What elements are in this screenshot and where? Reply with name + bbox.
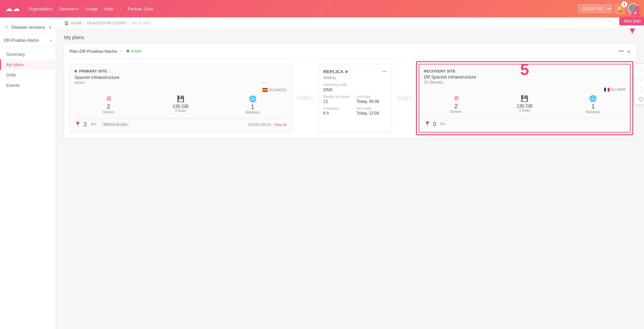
avatar[interactable] [628,3,639,14]
sidebar-item-summary[interactable]: Summary [0,49,56,59]
recovery-server-icon: 🖥 [453,95,459,102]
nav-help[interactable]: Help [104,6,114,11]
primary-server-count: 2 [107,103,110,110]
plan-card-body: PRIMARY SITE ℹ Spanish Infraestructure A… [64,58,636,138]
primary-site-title: PRIMARY SITE [79,69,107,73]
dr-icon: ⚙ [4,24,9,30]
primary-ip-label: IP's [91,123,96,126]
breadcrumb-dr[interactable]: DISASTER RECOVERY [87,21,127,25]
fr-flag: 🇫🇷 [604,87,610,92]
replica-status: Waiting [324,75,387,79]
breadcrumb-sep-2: / [129,21,130,25]
primary-site-status: Active [74,80,287,85]
home-icon: 🏠 [64,21,69,25]
next-copy-value: Today, 12:08 [357,111,387,116]
dropdown-item-edit[interactable]: Edit [634,64,644,74]
replica-play-icon[interactable]: ▶ [346,69,349,74]
notification-badge: 4 [621,1,627,7]
view-all-button[interactable]: View all [274,123,287,127]
sidebar-title: Disaster recovery [11,25,49,30]
dropdown-item-failover[interactable]: Failover [634,84,644,94]
new-plan-button[interactable]: New plan [619,17,644,25]
nav-services[interactable]: Services [59,6,79,11]
plan-card-header: Plan DR-Pruebas-Nacho ✏ Active ••• ▲ [64,44,636,58]
breadcrumb: 🏠 HOME / DISASTER RECOVERY / MY PLANS [56,17,644,29]
recovery-servers-stat: 🖥 2 Servers [424,95,488,114]
sidebar: ⚙ Disaster recovery + DR-Pruebas-Nacho ▾… [0,17,56,329]
radio-icon-drill [639,77,643,81]
nav-partner-zone[interactable]: Partner Zone [128,6,153,11]
sidebar-plan-name: DR-Pruebas-Nacho [4,38,50,43]
breadcrumb-current: MY PLANS [132,21,151,25]
primary-site-header: PRIMARY SITE ℹ [74,69,287,73]
recovery-site-location: 🇫🇷 EU-PAR8 [424,87,626,92]
notification-button[interactable]: 🔔 4 [615,3,625,14]
disk-icon: 💾 [177,95,184,103]
add-dr-button[interactable]: + [49,24,52,30]
main-content: 🏠 HOME / DISASTER RECOVERY / MY PLANS My… [56,17,644,329]
plan-more-button[interactable]: ••• [618,48,624,54]
plan-collapse-button[interactable]: ▲ [627,49,631,53]
recovery-location-code: EU-PAR8 [611,88,625,92]
recovery-network-count: 1 [591,103,595,110]
recovery-site-card: RECOVERY SITE DR Spanish Infraestructure… [419,64,631,133]
frequency-value: 6 h [324,111,354,116]
sidebar-item-my-plans[interactable]: My plans [0,59,56,70]
primary-servers-stat: 🖥 2 Servers [74,95,143,114]
org-select[interactable]: OLLER INC [578,4,612,13]
dropdown-item-drill[interactable]: Drill [634,74,644,84]
primary-location-code: EU-MAD3C [269,88,286,92]
radio-icon-edit [639,67,643,71]
sidebar-item-events[interactable]: Events [0,80,56,91]
replica-header: REPLICA ▶ ••• [324,69,387,74]
primary-network-label: Networks [246,111,260,114]
replica-frequency: Frequency 6 h [324,107,354,116]
forward-arrow-svg [295,93,315,103]
arrow-right [392,64,419,133]
recovery-ip-count: 0 [433,121,436,127]
num-copies-value: 12 [324,99,354,104]
primary-ip-address: 154.58.194.81 [248,123,271,127]
plan-edit-icon[interactable]: ✏ [119,49,123,53]
sidebar-plan-item[interactable]: DR-Pruebas-Nacho ▾ [0,35,56,46]
radio-icon-failover [639,87,643,91]
last-copy-value: Today, 06:08 [357,99,387,104]
primary-site-subtitle: Spanish Infraestructure [74,75,287,80]
next-copy-label: Next copy [357,107,387,110]
recovery-disk-count: 130 GB [517,103,532,109]
breadcrumb-sep-1: / [84,21,85,25]
primary-info-icon[interactable]: ℹ [109,69,110,73]
primary-ip-count: 2 [84,122,87,128]
network-icon: 🌐 [249,95,256,103]
recovery-site-header: RECOVERY SITE [424,69,626,73]
primary-site-location: 🇪🇸 EU-MAD3C [74,87,287,93]
plan-name: Plan DR-Pruebas-Nacho [69,49,117,54]
chevron-icon: ▾ [50,39,52,42]
replica-last-copy: Last copy Today, 06:08 [357,95,387,104]
primary-ip-tag: Without an alias [101,122,129,127]
breadcrumb-home[interactable]: HOME [71,21,82,25]
sidebar-nav: Summary My plans Drills Events [0,49,56,91]
primary-disks-stat: 💾 130 GB 3 Disks [147,95,215,114]
top-nav: ☁☁ Organisation Services Usage Help | Pa… [0,0,644,17]
app-layout: ⚙ Disaster recovery + DR-Pruebas-Nacho ▾… [0,17,644,329]
ip-icon: 📍 [74,121,81,128]
nav-usage[interactable]: Usage [85,6,98,11]
recovery-ip-row: 📍 0 IP's [424,118,626,127]
primary-disk-label: 3 Disks [175,109,186,113]
frequency-label: Frequency [324,107,354,110]
logo-icon: ☁☁ [5,4,20,13]
recovery-networks-stat: 🌐 1 Networks [561,95,625,114]
recovery-site-stats: 🖥 2 Servers 💾 130 GB 3 Disks [424,95,626,114]
primary-site-card: PRIMARY SITE ℹ Spanish Infraestructure A… [69,64,292,133]
recovery-disks-stat: 💾 130 GB 3 Disks [492,95,557,114]
replica-more-button[interactable]: ••• [382,69,387,74]
plan-status-dot [127,50,129,52]
primary-networks-stat: 🌐 1 Networks [219,95,287,114]
sidebar-item-drills[interactable]: Drills [0,70,56,80]
dropdown-item-delete[interactable]: Delete [634,94,644,104]
sidebar-header: ⚙ Disaster recovery + [0,21,56,35]
forward-arrow-svg-2 [395,93,415,103]
recovery-network-label: Networks [586,110,600,114]
nav-organisation[interactable]: Organisation [28,6,53,11]
